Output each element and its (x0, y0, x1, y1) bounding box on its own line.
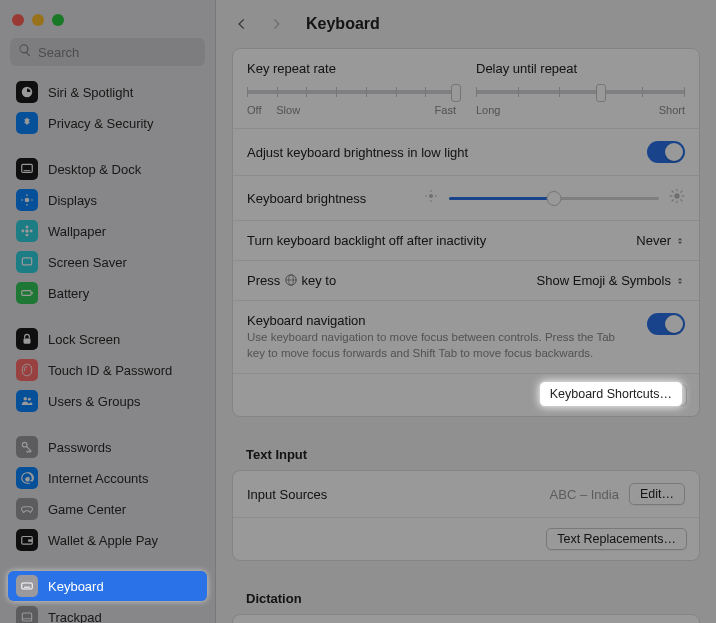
sidebar-item-privacy-security[interactable]: Privacy & Security (8, 108, 207, 138)
svg-point-7 (25, 229, 29, 233)
svg-point-2 (25, 198, 30, 203)
keyboard-brightness-label: Keyboard brightness (247, 191, 366, 206)
forward-button[interactable] (266, 14, 286, 34)
sidebar-item-label: Lock Screen (48, 332, 120, 347)
spot-icon (16, 81, 38, 103)
finger-icon (16, 359, 38, 381)
svg-line-38 (672, 191, 674, 193)
minimize-window-button[interactable] (32, 14, 44, 26)
sidebar-item-lock-screen[interactable]: Lock Screen (8, 324, 207, 354)
input-sources-label: Input Sources (247, 487, 327, 502)
keyboard-settings-card: Key repeat rate Off Slow Fast Delay unti… (232, 48, 700, 417)
sidebar-item-label: Privacy & Security (48, 116, 153, 131)
page-title: Keyboard (306, 15, 380, 33)
caption-off: Off (247, 104, 261, 116)
svg-point-18 (22, 442, 27, 447)
text-input-card: Input Sources ABC – India Edit… Text Rep… (232, 470, 700, 561)
caption-fast: Fast (435, 104, 456, 116)
sidebar-item-passwords[interactable]: Passwords (8, 432, 207, 462)
edit-input-sources-button[interactable]: Edit… (629, 483, 685, 505)
caption-short: Short (659, 104, 685, 116)
hand-icon (16, 112, 38, 134)
svg-point-9 (26, 234, 29, 237)
sidebar-item-label: Passwords (48, 440, 112, 455)
sidebar-item-trackpad[interactable]: Trackpad (8, 602, 207, 623)
sun-icon (16, 189, 38, 211)
sidebar-item-label: Touch ID & Password (48, 363, 172, 378)
svg-point-33 (674, 193, 679, 198)
search-field[interactable] (10, 38, 205, 66)
sidebar-item-label: Siri & Spotlight (48, 85, 133, 100)
topbar: Keyboard (216, 0, 716, 48)
sidebar-item-users-groups[interactable]: Users & Groups (8, 386, 207, 416)
sidebar-item-siri-spotlight[interactable]: Siri & Spotlight (8, 77, 207, 107)
sidebar-item-label: Internet Accounts (48, 471, 148, 486)
keyboard-brightness-slider[interactable] (449, 197, 659, 200)
sidebar-item-screen-saver[interactable]: Screen Saver (8, 247, 207, 277)
window-controls (0, 0, 215, 32)
sidebar-item-internet-accounts[interactable]: Internet Accounts (8, 463, 207, 493)
press-globe-dropdown[interactable]: Show Emoji & Symbols (537, 273, 685, 288)
tpad-icon (16, 606, 38, 623)
game-icon (16, 498, 38, 520)
back-button[interactable] (232, 14, 252, 34)
delay-slider[interactable] (476, 90, 685, 94)
keyboard-nav-toggle[interactable] (647, 313, 685, 335)
svg-point-10 (21, 230, 24, 233)
press-globe-label: Press key to (247, 273, 336, 288)
sidebar-item-wallet-apple-pay[interactable]: Wallet & Apple Pay (8, 525, 207, 555)
users-icon (16, 390, 38, 412)
key-repeat-label: Key repeat rate (247, 61, 456, 76)
svg-point-17 (28, 398, 31, 401)
close-window-button[interactable] (12, 14, 24, 26)
dictation-card: Use Dictation wherever you can type text… (232, 614, 700, 623)
lock-icon (16, 328, 38, 350)
sidebar-item-label: Game Center (48, 502, 126, 517)
sidebar-item-label: Wallet & Apple Pay (48, 533, 158, 548)
globe-icon (284, 273, 298, 288)
sidebar-item-desktop-dock[interactable]: Desktop & Dock (8, 154, 207, 184)
sidebar-item-battery[interactable]: Battery (8, 278, 207, 308)
zoom-window-button[interactable] (52, 14, 64, 26)
sidebar: Siri & SpotlightPrivacy & SecurityDeskto… (0, 0, 216, 623)
backlight-off-label: Turn keyboard backlight off after inacti… (247, 233, 486, 248)
keyboard-nav-label: Keyboard navigation (247, 313, 635, 328)
delay-label: Delay until repeat (476, 61, 685, 76)
svg-line-40 (672, 199, 674, 201)
svg-point-11 (30, 230, 33, 233)
sidebar-item-keyboard-highlight[interactable]: Keyboard (8, 571, 207, 601)
sidebar-item-label: Trackpad (48, 610, 102, 624)
sidebar-item-game-center[interactable]: Game Center (8, 494, 207, 524)
svg-rect-20 (28, 539, 32, 541)
sidebar-item-label: Desktop & Dock (48, 162, 141, 177)
key-repeat-slider[interactable] (247, 90, 456, 94)
delay-slider-group: Delay until repeat Long Short (476, 61, 685, 116)
sidebar-item-wallpaper[interactable]: Wallpaper (8, 216, 207, 246)
input-sources-value: ABC – India (550, 487, 619, 502)
search-input[interactable] (38, 45, 197, 60)
adjust-brightness-label: Adjust keyboard brightness in low light (247, 145, 468, 160)
svg-point-28 (429, 194, 433, 198)
keyboard-shortcuts-button-highlight[interactable]: Keyboard Shortcuts… (539, 381, 683, 407)
svg-rect-1 (24, 170, 31, 171)
sidebar-item-displays[interactable]: Displays (8, 185, 207, 215)
text-replacements-button[interactable]: Text Replacements… (546, 528, 687, 550)
adjust-brightness-toggle[interactable] (647, 141, 685, 163)
backlight-off-dropdown[interactable]: Never (636, 233, 685, 248)
sidebar-item-label: Users & Groups (48, 394, 140, 409)
flower-icon (16, 220, 38, 242)
sidebar-item-touch-id-password[interactable]: Touch ID & Password (8, 355, 207, 385)
sidebar-item-label: Battery (48, 286, 89, 301)
svg-rect-12 (22, 258, 31, 265)
updown-icon (675, 236, 685, 246)
svg-point-16 (24, 397, 28, 401)
at-icon (16, 467, 38, 489)
sidebar-item-label: Displays (48, 193, 97, 208)
key-repeat-slider-group: Key repeat rate Off Slow Fast (247, 61, 456, 116)
wallet-icon (16, 529, 38, 551)
dictation-header: Dictation (232, 579, 700, 614)
sidebar-item-label: Screen Saver (48, 255, 127, 270)
updown-icon (675, 276, 685, 286)
svg-rect-23 (22, 613, 31, 621)
brightness-high-icon (669, 188, 685, 208)
